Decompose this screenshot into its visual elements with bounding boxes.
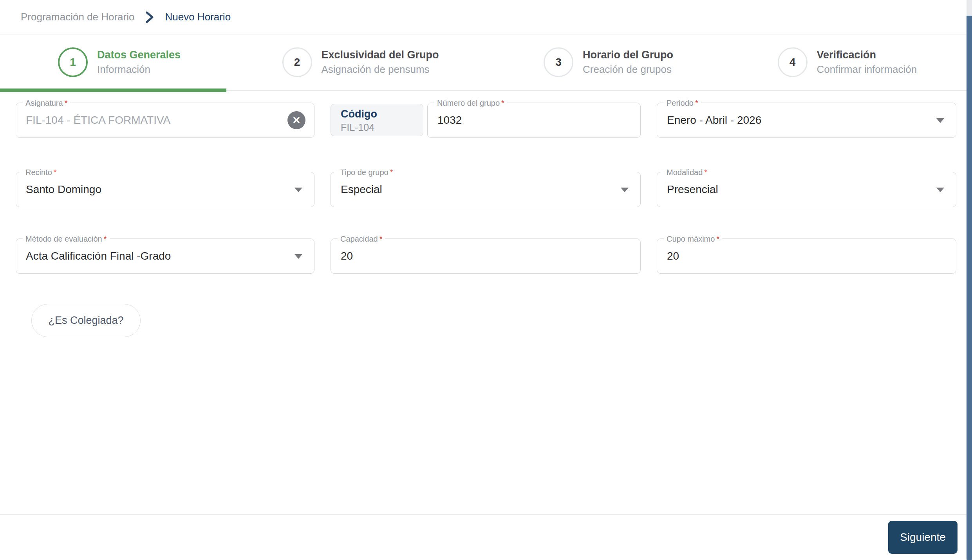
chevron-down-icon	[936, 118, 944, 123]
metodo-evaluacion-value: Acta Calificación Final -Grado	[16, 250, 171, 262]
chevron-down-icon	[294, 254, 302, 259]
step-exclusividad-grupo[interactable]: 2 Exclusividad del Grupo Asignación de p…	[243, 34, 486, 90]
capacidad-label: Capacidad*	[338, 234, 385, 244]
step-verificacion[interactable]: 4 Verificación Confirmar información	[729, 34, 972, 90]
active-step-progress-bar	[0, 89, 226, 92]
asignatura-field[interactable]: Asignatura* ✕	[16, 103, 314, 138]
step-2-title: Exclusividad del Grupo	[322, 49, 439, 61]
tipo-grupo-value: Especial	[331, 183, 382, 196]
numero-grupo-input[interactable]	[428, 114, 640, 126]
chevron-down-icon	[294, 188, 302, 192]
capacidad-field[interactable]: Capacidad*	[331, 238, 641, 274]
periodo-value: Enero - Abril - 2026	[657, 114, 761, 126]
step-horario-grupo[interactable]: 3 Horario del Grupo Creación de grupos	[486, 34, 729, 90]
step-1-title: Datos Generales	[97, 49, 181, 61]
capacidad-input[interactable]	[331, 250, 640, 262]
chevron-down-icon	[621, 188, 629, 192]
codigo-label: Código	[341, 108, 423, 120]
step-3-circle: 3	[544, 47, 573, 77]
step-1-subtitle: Información	[97, 63, 181, 76]
clear-asignatura-icon[interactable]: ✕	[287, 111, 305, 129]
required-asterisk: *	[54, 168, 57, 177]
required-asterisk: *	[104, 235, 107, 243]
required-asterisk: *	[695, 99, 698, 107]
codigo-readonly-box: Código FIL-104	[331, 104, 423, 136]
siguiente-button[interactable]: Siguiente	[888, 521, 958, 554]
step-4-circle: 4	[778, 47, 808, 77]
step-3-title: Horario del Grupo	[583, 49, 673, 61]
required-asterisk: *	[65, 99, 68, 107]
required-asterisk: *	[716, 235, 719, 243]
numero-grupo-label: Número del grupo*	[434, 98, 507, 108]
step-4-title: Verificación	[817, 49, 917, 61]
periodo-label: Periodo*	[664, 98, 701, 108]
step-datos-generales[interactable]: 1 Datos Generales Información	[0, 34, 243, 90]
periodo-select[interactable]: Periodo* Enero - Abril - 2026	[657, 103, 956, 138]
scrollbar-thumb[interactable]	[967, 16, 972, 560]
asignatura-input[interactable]	[16, 114, 314, 126]
vertical-scrollbar	[967, 0, 972, 560]
tipo-grupo-label: Tipo de grupo*	[338, 168, 396, 177]
modalidad-label: Modalidad*	[664, 168, 710, 177]
breadcrumb-current: Nuevo Horario	[165, 11, 231, 23]
step-4-subtitle: Confirmar información	[817, 63, 917, 76]
recinto-select[interactable]: Recinto* Santo Domingo	[16, 172, 314, 207]
step-2-circle: 2	[282, 47, 312, 77]
chevron-right-icon	[145, 11, 155, 23]
required-asterisk: *	[390, 168, 393, 177]
metodo-evaluacion-label: Método de evaluación*	[23, 234, 110, 244]
cupo-maximo-input[interactable]	[657, 250, 956, 262]
numero-grupo-field[interactable]: Número del grupo*	[427, 103, 641, 138]
footer-bar: Siguiente	[0, 514, 972, 560]
modalidad-value: Presencial	[657, 183, 718, 196]
breadcrumb: Programación de Horario Nuevo Horario	[0, 0, 972, 34]
step-1-circle: 1	[58, 47, 88, 77]
breadcrumb-parent-link[interactable]: Programación de Horario	[21, 11, 134, 23]
required-asterisk: *	[704, 168, 707, 177]
tipo-grupo-select[interactable]: Tipo de grupo* Especial	[331, 172, 641, 207]
step-2-subtitle: Asignación de pensums	[322, 63, 439, 76]
es-colegiada-button[interactable]: ¿Es Colegiada?	[31, 304, 141, 337]
required-asterisk: *	[501, 99, 504, 107]
required-asterisk: *	[379, 235, 383, 243]
codigo-value: FIL-104	[341, 122, 423, 133]
recinto-label: Recinto*	[23, 168, 60, 177]
cupo-maximo-label: Cupo máximo*	[664, 234, 722, 244]
stepper: 1 Datos Generales Información 2 Exclusiv…	[0, 34, 972, 91]
recinto-value: Santo Domingo	[16, 183, 101, 196]
modalidad-select[interactable]: Modalidad* Presencial	[657, 172, 956, 207]
form-datos-generales: Asignatura* ✕ Código FIL-104 Número del …	[0, 91, 972, 337]
metodo-evaluacion-select[interactable]: Método de evaluación* Acta Calificación …	[16, 238, 314, 274]
asignatura-label: Asignatura*	[23, 98, 70, 108]
cupo-maximo-field[interactable]: Cupo máximo*	[657, 238, 956, 274]
step-3-subtitle: Creación de grupos	[583, 63, 673, 76]
chevron-down-icon	[936, 188, 944, 192]
